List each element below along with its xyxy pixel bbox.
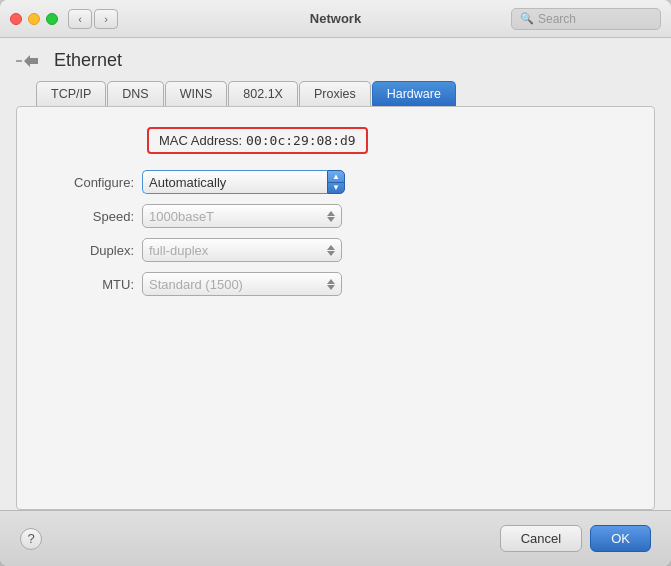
speed-row: Speed: 1000baseT	[67, 204, 624, 228]
mac-row: MAC Address: 00:0c:29:08:d9	[47, 127, 624, 154]
section-title: Ethernet	[54, 50, 122, 71]
mac-label: MAC Address:	[159, 133, 242, 148]
mtu-row: MTU: Standard (1500)	[67, 272, 624, 296]
duplex-row: Duplex: full-duplex	[67, 238, 624, 262]
mac-address-box: MAC Address: 00:0c:29:08:d9	[147, 127, 368, 154]
tab-dns[interactable]: DNS	[107, 81, 163, 106]
traffic-lights	[10, 13, 58, 25]
back-icon: ‹	[78, 13, 82, 25]
svg-marker-0	[24, 55, 38, 67]
titlebar: ‹ › Network 🔍 Search	[0, 0, 671, 38]
tab-proxies[interactable]: Proxies	[299, 81, 371, 106]
window-title: Network	[310, 11, 361, 26]
mtu-select[interactable]: Standard (1500)	[142, 272, 342, 296]
mtu-value: Standard (1500)	[149, 277, 243, 292]
speed-arrow	[327, 211, 335, 222]
mtu-arrow	[327, 279, 335, 290]
configure-row: Configure: Automatically ▲ ▼	[67, 170, 624, 194]
tab-8021x[interactable]: 802.1X	[228, 81, 298, 106]
help-label: ?	[27, 531, 34, 546]
cancel-button[interactable]: Cancel	[500, 525, 582, 552]
configure-value: Automatically	[149, 175, 226, 190]
ok-button[interactable]: OK	[590, 525, 651, 552]
content: Ethernet TCP/IP DNS WINS 802.1X Proxies …	[0, 38, 671, 510]
tabs-bar: TCP/IP DNS WINS 802.1X Proxies Hardware	[16, 81, 655, 106]
hardware-form: Configure: Automatically ▲ ▼ Speed:	[67, 170, 624, 296]
forward-icon: ›	[104, 13, 108, 25]
configure-select-wrapper: Automatically ▲ ▼	[142, 170, 345, 194]
mac-value: 00:0c:29:08:d9	[246, 133, 356, 148]
search-icon: 🔍	[520, 12, 534, 25]
back-button[interactable]: ‹	[68, 9, 92, 29]
forward-button[interactable]: ›	[94, 9, 118, 29]
mtu-label: MTU:	[67, 277, 142, 292]
tab-hardware[interactable]: Hardware	[372, 81, 456, 106]
configure-stepper-down[interactable]: ▼	[328, 183, 344, 194]
bottom-bar: ? Cancel OK	[0, 510, 671, 566]
configure-stepper-up[interactable]: ▲	[328, 171, 344, 183]
close-button[interactable]	[10, 13, 22, 25]
duplex-label: Duplex:	[67, 243, 142, 258]
speed-value: 1000baseT	[149, 209, 214, 224]
minimize-button[interactable]	[28, 13, 40, 25]
configure-select-body[interactable]: Automatically	[142, 170, 327, 194]
duplex-select[interactable]: full-duplex	[142, 238, 342, 262]
action-buttons: Cancel OK	[500, 525, 651, 552]
duplex-arrow	[327, 245, 335, 256]
speed-label: Speed:	[67, 209, 142, 224]
help-button[interactable]: ?	[20, 528, 42, 550]
speed-select[interactable]: 1000baseT	[142, 204, 342, 228]
duplex-value: full-duplex	[149, 243, 208, 258]
nav-buttons: ‹ ›	[68, 9, 118, 29]
tab-wins[interactable]: WINS	[165, 81, 228, 106]
ethernet-back-icon	[16, 51, 46, 71]
search-box[interactable]: 🔍 Search	[511, 8, 661, 30]
window: ‹ › Network 🔍 Search Ethernet	[0, 0, 671, 566]
section-header: Ethernet	[16, 50, 655, 71]
maximize-button[interactable]	[46, 13, 58, 25]
search-placeholder: Search	[538, 12, 576, 26]
configure-label: Configure:	[67, 175, 142, 190]
configure-stepper[interactable]: ▲ ▼	[327, 170, 345, 194]
tab-tcpip[interactable]: TCP/IP	[36, 81, 106, 106]
hardware-panel: MAC Address: 00:0c:29:08:d9 Configure: A…	[16, 106, 655, 510]
